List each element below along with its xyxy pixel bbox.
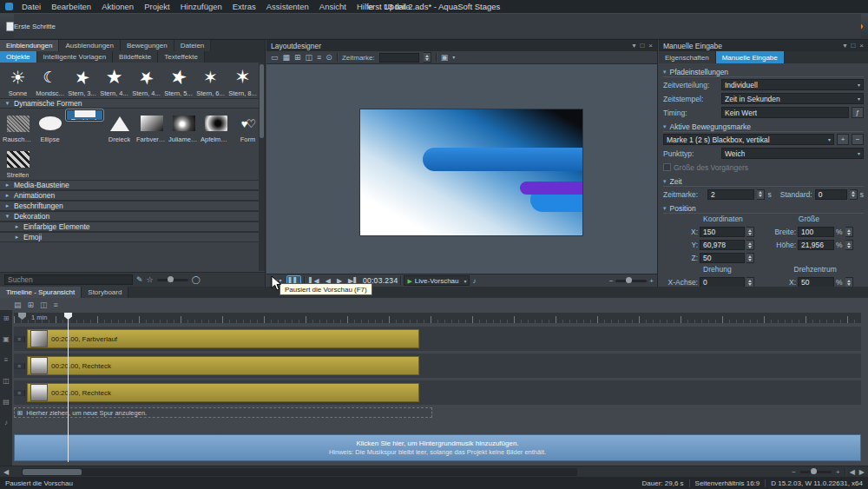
add-marker-button[interactable]: +: [837, 134, 849, 145]
close-icon[interactable]: ×: [859, 42, 864, 50]
section-pfadeinstellungen[interactable]: ▾Pfadeinstellungen: [663, 67, 864, 77]
punkttyp-select[interactable]: Weich▾: [721, 148, 864, 159]
menu-item-assistenten[interactable]: Assistenten: [261, 0, 314, 13]
scrollbar-thumb[interactable]: [260, 64, 264, 138]
zeitmarke-spinner[interactable]: [757, 189, 765, 200]
track-handle[interactable]: ≡: [14, 390, 25, 396]
preview-mode-select[interactable]: ▶ Live-Vorschau ▾: [404, 275, 470, 286]
pin-icon[interactable]: ▾: [843, 42, 846, 50]
grid-icon[interactable]: ▦: [283, 53, 291, 62]
zeitmarke-field[interactable]: [379, 53, 419, 63]
music-note-icon[interactable]: ♪: [4, 419, 8, 426]
tab-eigenschaften[interactable]: Eigenschaften: [659, 51, 716, 63]
section-zeit[interactable]: ▾Zeit: [663, 176, 864, 187]
track-handle[interactable]: ≡: [14, 363, 25, 369]
timing-select[interactable]: Kein Wert: [721, 107, 849, 118]
favorite-star-icon[interactable]: ☆: [147, 275, 154, 284]
list-item-rauschen[interactable]: Rauschen...: [2, 109, 34, 144]
scroll-left-icon[interactable]: ◀: [3, 468, 9, 476]
tab-storyboard[interactable]: Storyboard: [82, 287, 128, 298]
clip-rechteck-1[interactable]: 00:20.00, Rechteck: [27, 356, 419, 375]
list-item-sonne[interactable]: ☀Sonne: [2, 63, 34, 98]
x-field[interactable]: 150: [700, 227, 745, 237]
standard-field[interactable]: 0: [815, 189, 847, 200]
z-field[interactable]: 50: [700, 253, 745, 263]
center-target-icon[interactable]: ⊙: [326, 53, 332, 62]
clip-farbverlauf[interactable]: 00:20.00, Farbverlauf: [27, 329, 419, 348]
section-position[interactable]: ▾Position: [663, 203, 864, 214]
toolbox-scrollbar[interactable]: [259, 63, 265, 271]
preview-circle-icon[interactable]: ◯: [192, 275, 201, 284]
remove-marker-button[interactable]: −: [852, 134, 864, 145]
x-achse-field[interactable]: 0: [700, 277, 745, 287]
thumbnail-size-slider[interactable]: [157, 279, 188, 281]
zoom-out-icon[interactable]: −: [792, 468, 796, 476]
layout-designer-canvas[interactable]: [266, 64, 657, 274]
zoom-in-icon[interactable]: +: [836, 468, 840, 476]
hoehe-field[interactable]: 21,956: [798, 240, 834, 250]
background-music-track[interactable]: Klicken Sie hier, um Hintergrundmusik hi…: [14, 434, 861, 461]
pin-icon[interactable]: ▾: [632, 42, 635, 50]
pencil-icon[interactable]: ✎: [136, 275, 143, 284]
track-lines-icon[interactable]: ≡: [4, 356, 9, 364]
layers-icon[interactable]: ◫: [40, 301, 48, 309]
menu-item-aktionen[interactable]: Aktionen: [96, 0, 139, 13]
timeline-ruler[interactable]: 1 min: [14, 313, 861, 323]
zeitstempel-select[interactable]: Zeit in Sekunden▾: [721, 93, 864, 104]
standard-spinner[interactable]: [850, 189, 858, 200]
select-tool-icon[interactable]: ▭: [271, 53, 279, 62]
hoehe-spinner[interactable]: [845, 240, 853, 250]
list-item-stern3[interactable]: ★Stern, 3...: [66, 63, 98, 98]
tab-timeline-spuransicht[interactable]: Timeline - Spuransicht: [0, 287, 82, 298]
list-item-dreieck[interactable]: Dreieck: [103, 109, 135, 144]
breite-field[interactable]: 100: [798, 227, 834, 237]
list-item-mondschein[interactable]: ☾Mondsc...: [34, 63, 66, 98]
timeline-zoom-slider[interactable]: [800, 471, 832, 473]
tab-dateien[interactable]: Dateien: [174, 40, 212, 51]
list-item-stern8[interactable]: ✶Stern, 8...: [227, 63, 259, 98]
float-icon[interactable]: □: [640, 42, 644, 50]
list-item-streifen[interactable]: Streifen: [2, 145, 34, 180]
menu-item-hinzufuegen[interactable]: Hinzufügen: [175, 0, 227, 13]
list-item-ellipse[interactable]: Ellipse: [34, 109, 66, 144]
section-animationen[interactable]: ▸Animationen: [0, 190, 265, 201]
y-field[interactable]: 60,978: [700, 240, 745, 250]
track-grid-icon[interactable]: ⊞: [3, 314, 10, 322]
section-dekoration[interactable]: ▾Dekoration: [0, 211, 265, 221]
track-list-icon[interactable]: ▤: [14, 301, 22, 309]
zoom-out-icon[interactable]: −: [609, 277, 614, 285]
playhead-line[interactable]: [68, 313, 69, 462]
z-spinner[interactable]: [746, 253, 754, 263]
menu-item-datei[interactable]: Datei: [16, 0, 46, 13]
curve-editor-button[interactable]: ƒ: [852, 107, 864, 118]
options-icon[interactable]: ≡: [54, 301, 58, 309]
tab-intelligente-vorlagen[interactable]: Intelligente Vorlagen: [37, 51, 114, 63]
section-aktive-bewegungsmarke[interactable]: ▾Aktive Bewegungsmarke: [663, 122, 864, 132]
float-icon[interactable]: □: [851, 42, 855, 50]
menu-item-projekt[interactable]: Projekt: [139, 0, 175, 13]
slider-knob[interactable]: [811, 468, 817, 474]
preview-image[interactable]: [360, 109, 582, 235]
track-rows-icon[interactable]: ▤: [3, 398, 10, 406]
x-achse-spinner[interactable]: [746, 277, 754, 287]
speaker-icon[interactable]: ♪: [472, 277, 476, 285]
new-track-drop-zone[interactable]: ⊞ Hierher ziehen, um neue Spur anzulegen…: [14, 407, 432, 418]
drehzentrum-x-field[interactable]: 50: [798, 277, 834, 287]
chevron-down-icon[interactable]: ▾: [452, 55, 455, 60]
search-input[interactable]: [4, 274, 133, 285]
section-dynamische-formen[interactable]: ▾ Dynamische Formen: [0, 98, 265, 109]
list-item-farbverlauf[interactable]: Farbverlauf: [135, 109, 168, 144]
track-handle[interactable]: ≡: [14, 336, 25, 342]
add-track-icon[interactable]: ⊞: [28, 301, 35, 309]
section-emoji[interactable]: ▸Emoji: [0, 232, 265, 242]
menu-item-bearbeiten[interactable]: Bearbeiten: [46, 0, 96, 13]
canvas-zoom-slider[interactable]: [615, 280, 647, 282]
section-beschriftungen[interactable]: ▸Beschriftungen: [0, 201, 265, 211]
list-item-rechteck[interactable]: Rechteck: [66, 109, 103, 121]
camera-icon[interactable]: ▣: [441, 53, 449, 62]
close-icon[interactable]: ×: [648, 42, 653, 50]
timeline-scrollbar[interactable]: [22, 468, 577, 476]
list-item-stern4b[interactable]: ★Stern, 4...: [130, 63, 162, 98]
vorgaenger-checkbox[interactable]: [663, 163, 671, 171]
track-layers-icon[interactable]: ◫: [3, 377, 10, 385]
